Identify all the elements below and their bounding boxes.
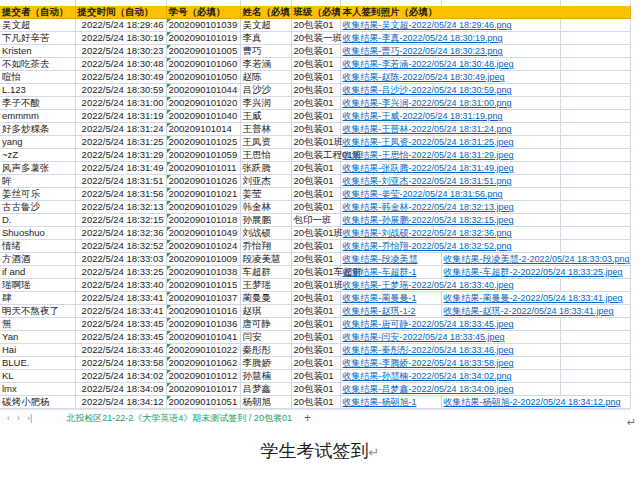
empty-cell[interactable]: [560, 201, 630, 214]
cell-class[interactable]: 20包装01: [291, 292, 340, 305]
cell-student-id[interactable]: 2002090101041: [166, 331, 240, 344]
cell-name[interactable]: 吕沙沙: [240, 84, 291, 97]
cell-photo[interactable]: 收集结果-车超群-1: [340, 266, 441, 279]
cell-submitter[interactable]: 碳烤小肥杨: [0, 396, 75, 409]
photo-link[interactable]: 收集结果-李腾娇-2022/05/24 18:33:58.jpeg: [343, 358, 514, 368]
cell-class[interactable]: 20包装01: [291, 253, 340, 266]
cell-submit-time[interactable]: 2022/5/24 18:30:19: [75, 32, 166, 45]
cell-submitter[interactable]: 风声多薯张: [0, 162, 75, 175]
sheet-nav-first-icon[interactable]: ‹: [7, 413, 10, 423]
cell-submitter[interactable]: D.: [0, 214, 75, 227]
cell-student-id[interactable]: 2002090101024: [166, 240, 240, 253]
cell-photo[interactable]: 收集结果-赵陈-2022/05/24 18:30:49.jpeg: [340, 71, 560, 84]
cell-student-id[interactable]: 2002090101016: [166, 305, 240, 318]
cell-submit-time[interactable]: 2022/5/24 18:30:48: [75, 58, 166, 71]
cell-photo[interactable]: 收集结果-韩金林-2022/05/24 18:32:13.jpeg: [340, 201, 560, 214]
cell-photo[interactable]: 收集结果-闫安-2022/05/24 18:33:45.jpeg: [340, 331, 560, 344]
cell-name[interactable]: 乔怡翔: [240, 240, 291, 253]
cell-name[interactable]: 李腾娇: [240, 357, 291, 370]
cell-photo[interactable]: 收集结果-曹巧-2022/05/24 18:30:23.png: [340, 45, 560, 58]
photo-link[interactable]: 收集结果-刘亚杰-2022/05/24 18:31:51.png: [343, 176, 512, 186]
cell-class[interactable]: 20包装01: [291, 318, 340, 331]
cell-name[interactable]: 王凤资: [240, 136, 291, 149]
cell-student-id[interactable]: 2002090101044: [166, 84, 240, 97]
cell-student-id[interactable]: 2002090101060: [166, 58, 240, 71]
photo-link[interactable]: 收集结果-乔怡翔-2022/05/24 18:32:52.png: [343, 241, 512, 251]
cell-class[interactable]: 20包装01: [291, 97, 340, 110]
cell-name[interactable]: 吕梦鑫: [240, 383, 291, 396]
cell-submitter[interactable]: 吴文超: [0, 19, 75, 32]
cell-photo[interactable]: 收集结果-唐可静-2022/05/24 18:33:45.jpeg: [340, 318, 560, 331]
photo-link[interactable]: 收集结果-王威-2022/05/24 18:31:19.png: [343, 111, 503, 121]
cell-submit-time[interactable]: 2022/5/24 18:33:58: [75, 357, 166, 370]
cell-submitter[interactable]: Yan: [0, 331, 75, 344]
cell-student-id[interactable]: 2002090101015: [166, 279, 240, 292]
cell-submit-time[interactable]: 2022/5/24 18:30:23: [75, 45, 166, 58]
cell-submitter[interactable]: if and: [0, 266, 75, 279]
cell-submitter[interactable]: Shuoshuo: [0, 227, 75, 240]
cell-name[interactable]: 唐可静: [240, 318, 291, 331]
cell-student-id[interactable]: 2002090101011: [166, 162, 240, 175]
empty-cell[interactable]: [560, 344, 630, 357]
cell-name[interactable]: 王普林: [240, 123, 291, 136]
cell-student-id[interactable]: 2002090101012: [166, 370, 240, 383]
sheet-nav-last-icon[interactable]: ›|: [27, 413, 32, 423]
cell-student-id[interactable]: 2002090101051: [166, 396, 240, 409]
cell-photo[interactable]: 收集结果-姜莹-2022/05/24 18:31:56.png: [340, 188, 560, 201]
cell-student-id[interactable]: 2002090101019: [166, 32, 240, 45]
cell-submit-time[interactable]: 2022/5/24 18:31:24: [75, 123, 166, 136]
cell-photo[interactable]: 收集结果-王威-2022/05/24 18:31:19.png: [340, 110, 560, 123]
cell-photo[interactable]: 收集结果-孙展鹏-2022/05/24 18:32:15.jpeg: [340, 214, 560, 227]
cell-name[interactable]: 王思怡: [240, 149, 291, 162]
cell-name[interactable]: 赵陈: [240, 71, 291, 84]
cell-photo[interactable]: 收集结果-吴文超-2022/05/24 18:29:46.png: [340, 19, 560, 32]
photo-link[interactable]: 收集结果-张跃腾-2022/05/24 18:31:49.jpeg: [343, 163, 514, 173]
photo-link[interactable]: 收集结果-段凌美慧: [343, 254, 418, 264]
cell-class[interactable]: 20包装01: [291, 188, 340, 201]
cell-photo[interactable]: 收集结果-孙慧楠-2022/05/24 18:34:02.png: [340, 370, 560, 383]
cell-submit-time[interactable]: 2022/5/24 18:31:51: [75, 175, 166, 188]
empty-cell[interactable]: [560, 318, 630, 331]
cell-submitter[interactable]: emmmm: [0, 110, 75, 123]
cell-name[interactable]: 王梦瑶: [240, 279, 291, 292]
cell-class[interactable]: 20包装01: [291, 45, 340, 58]
cell-photo[interactable]: 收集结果-王普林-2022/05/24 18:31:24.png: [340, 123, 560, 136]
cell-photo[interactable]: 收集结果-王梦瑶-2022/05/24 18:33:40.jpeg: [340, 279, 560, 292]
cell-photo[interactable]: 收集结果-吕梦鑫-2022/05/24 18:34:09.jpeg: [340, 383, 560, 396]
cell-class[interactable]: 20包装01班: [291, 227, 340, 240]
column-header[interactable]: 学号（必填）: [166, 6, 240, 19]
cell-submitter[interactable]: 瑶啊瑶: [0, 279, 75, 292]
cell-submitter[interactable]: 姜丝可乐: [0, 188, 75, 201]
cell-submit-time[interactable]: 2022/5/24 18:33:41: [75, 305, 166, 318]
cell-photo[interactable]: 收集结果-王思怡-2022/05/24 18:31:29.jpeg: [340, 149, 560, 162]
cell-student-id[interactable]: 2002090101059: [166, 149, 240, 162]
cell-submit-time[interactable]: 2022/5/24 18:29:46: [75, 19, 166, 32]
empty-cell[interactable]: [560, 162, 630, 175]
cell-photo[interactable]: 收集结果-乔怡翔-2022/05/24 18:32:52.png: [340, 240, 560, 253]
cell-name[interactable]: 蔺曼曼: [240, 292, 291, 305]
empty-cell[interactable]: [560, 136, 630, 149]
cell-student-id[interactable]: 2002090101029: [166, 201, 240, 214]
cell-class[interactable]: 20包装01: [291, 123, 340, 136]
cell-submit-time[interactable]: 2022/5/24 18:31:00: [75, 97, 166, 110]
empty-cell[interactable]: [560, 279, 630, 292]
cell-submitter[interactable]: 李子不酸: [0, 97, 75, 110]
cell-submit-time[interactable]: 2022/5/24 18:31:25: [75, 136, 166, 149]
photo-link[interactable]: 收集结果-孙慧楠-2022/05/24 18:34:02.png: [343, 371, 512, 381]
photo-link[interactable]: 收集结果-车超群-1: [343, 267, 417, 277]
cell-name[interactable]: 吴文超: [240, 19, 291, 32]
cell-student-id[interactable]: 2002090101038: [166, 266, 240, 279]
empty-cell[interactable]: [560, 45, 630, 58]
cell-name[interactable]: 张跃腾: [240, 162, 291, 175]
cell-photo[interactable]: 收集结果-刘战硕-2022/05/24 18:32:36.png: [340, 227, 560, 240]
photo-link[interactable]: 收集结果-刘战硕-2022/05/24 18:32:36.png: [343, 228, 512, 238]
cell-photo[interactable]: 收集结果-秦彤彤-2022/05/24 18:33:46.jpeg: [340, 344, 560, 357]
empty-cell[interactable]: [560, 240, 630, 253]
cell-submit-time[interactable]: 2022/5/24 18:33:46: [75, 344, 166, 357]
empty-cell[interactable]: [560, 71, 630, 84]
photo-link[interactable]: 收集结果-赵琪-1-2: [343, 306, 416, 316]
cell-photo-2[interactable]: 收集结果-段凌美慧-2-2022/05/24 18:33:03.png: [441, 253, 630, 266]
cell-submitter[interactable]: Kristen: [0, 45, 75, 58]
empty-cell[interactable]: [560, 149, 630, 162]
cell-submit-time[interactable]: 2022/5/24 18:30:49: [75, 71, 166, 84]
